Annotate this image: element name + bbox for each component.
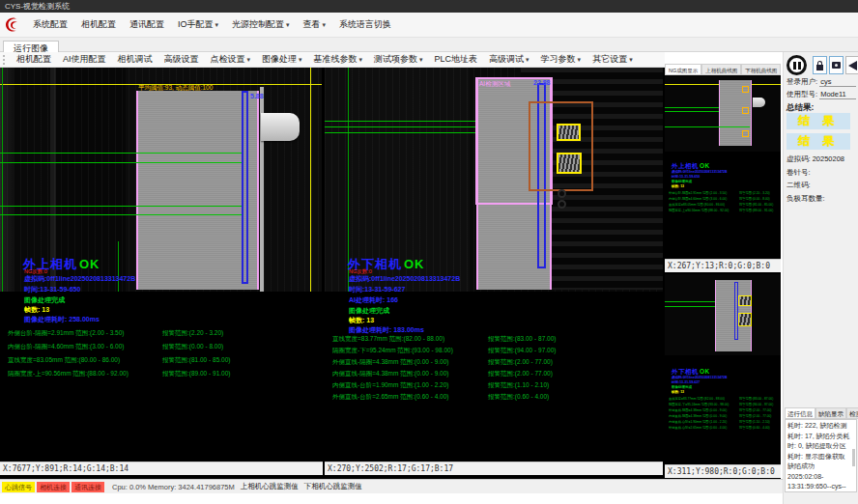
chevron-down-icon: ▾ xyxy=(359,56,363,63)
alarm-range-text: 报警范围:(94.00 - 97.00) xyxy=(739,403,773,407)
result-overlay-lower: 外下相机OK NG次数:0 虚拟码:0ff1line20250208133134… xyxy=(325,256,663,462)
log-output[interactable]: 耗时: 222, 缺陷检测耗时: 17, 缺陷分类耗时: 0, 缺陷提取分区耗时… xyxy=(785,419,857,492)
tool-plc-address[interactable]: PLC地址表 xyxy=(429,53,484,66)
tool-spot-check[interactable]: 点检设置▾ xyxy=(205,53,257,66)
tool-label: 相机配置 xyxy=(16,54,51,64)
measurement-text: 内侧台阶-隔圈=4.60mm 范围:(3.00 - 6.00) xyxy=(8,343,124,351)
result-ok-badge: OK xyxy=(404,257,425,271)
alarm-range-text: 报警范围:(0.00 - 8.00) xyxy=(162,343,223,351)
result-ok-badge: OK xyxy=(700,368,710,376)
tab-detect-info[interactable]: 检测信息 xyxy=(846,407,858,419)
camera-view-upper[interactable]: 5.88 平均阈值:93, 动态阈值:100 外上相机OK NG次数:0 虚拟码… xyxy=(0,68,322,462)
chevron-down-icon: ▾ xyxy=(215,21,219,28)
tab-lower-curve[interactable]: 下相机曲线图 xyxy=(741,64,781,75)
ai-region-label: AI检测区域 xyxy=(479,80,510,89)
login-user-row: 登录用户: cys xyxy=(786,77,856,87)
chevron-down-icon: ▾ xyxy=(419,56,423,63)
tab-defect-display[interactable]: 缺陷显示 xyxy=(815,407,846,419)
exit-button[interactable] xyxy=(845,56,858,74)
measurement-text: 内侧直线-隔圈=4.38mm 范围:(0.00 - 9.00) xyxy=(669,414,727,419)
tool-learning-params[interactable]: 学习参数▾ xyxy=(535,53,587,66)
pause-button[interactable] xyxy=(786,55,807,75)
tab-run-info[interactable]: 运行信息 xyxy=(785,407,815,419)
alarm-range-text: 报警范围:(89.00 - 91.00) xyxy=(162,370,230,378)
status-bar: 心跳信号 相机连接 通讯连接 Cpu: 0.0% Memory: 3424.41… xyxy=(0,479,783,493)
mini-view-tabs: NG成图显示 上相机曲线图 下相机曲线图 xyxy=(665,64,781,76)
width-measure-box xyxy=(242,91,248,284)
camera-button[interactable] xyxy=(829,56,844,74)
tool-label: 高级调试 xyxy=(489,54,524,64)
tool-test-params[interactable]: 测试项参数▾ xyxy=(368,53,429,66)
measurement-text: 内侧直线-台阶=1.90mm 范围:(1.00 - 2.20) xyxy=(332,381,448,390)
model-field[interactable]: Mode11 xyxy=(819,90,856,99)
frame-count-text: 帧数: 13 xyxy=(672,184,684,189)
tool-label: 图像处理 xyxy=(262,54,297,64)
detected-tab-box xyxy=(557,124,581,141)
tool-label: 高级设置 xyxy=(164,54,199,64)
menu-item-language[interactable]: 系统语言切换 xyxy=(332,18,398,31)
frame-count-text: 帧数: 13 xyxy=(24,305,49,315)
result-overlay-upper: 外上相机OK NG次数:0 虚拟码:0ff1line20250208133134… xyxy=(0,256,322,462)
measurement-text: 内侧直线-台阶=1.90mm 范围:(1.00 - 2.20) xyxy=(669,420,727,425)
menu-item-view[interactable]: 查看▾ xyxy=(297,18,333,31)
frame-count-text: 帧数: 13 xyxy=(672,390,684,395)
window-title: CYS-视觉检测系统 xyxy=(5,2,70,11)
window-titlebar: CYS-视觉检测系统 xyxy=(0,0,858,13)
tab-upper-curve[interactable]: 上相机曲线图 xyxy=(701,64,741,75)
chevron-down-icon: ▾ xyxy=(247,56,251,63)
tab-strip: 运行图像 xyxy=(0,38,858,52)
tool-ai-use-config[interactable]: AI使用配置 xyxy=(57,53,112,66)
measurement-text: 内侧台阶-隔圈=4.60mm 范围:(3.00 - 6.00) xyxy=(669,197,727,202)
log-scrollbar[interactable] xyxy=(852,449,855,466)
tool-camera-config[interactable]: 相机配置 xyxy=(11,53,57,66)
measure-line-green xyxy=(665,107,719,108)
detected-tab-box xyxy=(557,153,582,174)
tool-image-process[interactable]: 图像处理▾ xyxy=(256,53,308,66)
tool-other-settings[interactable]: 其它设置▾ xyxy=(586,53,639,66)
alarm-range-text: 报警范围:(81.00 - 85.00) xyxy=(162,356,230,365)
alarm-range-text: 报警范围:(0.60 - 4.00) xyxy=(488,393,549,402)
measurement-text: 内侧直线-隔圈=4.38mm 范围:(0.00 - 9.00) xyxy=(332,370,448,378)
lock-button[interactable] xyxy=(813,56,827,74)
application-window: CYS-视觉检测系统 系统配置 相机配置 通讯配置 IO手配置▾ 光源控制配置▾… xyxy=(0,0,858,504)
tab-ng-image[interactable]: NG成图显示 xyxy=(665,64,701,75)
virtual-code-text: 虚拟码: 20250208 xyxy=(786,154,844,164)
toolbar-handle[interactable] xyxy=(3,55,7,65)
measurement-text: 外侧直线-隔圈=4.38mm 范围:(0.00 - 9.00) xyxy=(332,358,448,367)
detected-tab-box xyxy=(738,313,752,326)
menu-item-light-config[interactable]: 光源控制配置▾ xyxy=(225,18,297,31)
mini-view-lower[interactable]: 外下相机OK 虚拟码:0ff1line2025020813313472B 时间:… xyxy=(665,274,781,464)
menu-item-system-config[interactable]: 系统配置 xyxy=(26,18,74,31)
tool-camera-debug[interactable]: 相机调试 xyxy=(112,53,158,66)
main-image-area: 5.88 平均阈值:93, 动态阈值:100 外上相机OK NG次数:0 虚拟码… xyxy=(0,68,781,479)
comm-connection-badge: 通讯连接 xyxy=(72,482,104,492)
login-user-field[interactable]: cys xyxy=(819,77,856,87)
tool-advanced-debug[interactable]: 高级调试▾ xyxy=(483,53,535,66)
mini-view-upper[interactable]: 外上相机OK 虚拟码:0ff1line2025020813313472B 时间:… xyxy=(665,76,781,259)
reel-number-label: 卷针号: xyxy=(786,168,811,178)
negative-tab-count-label: 负极耳数量: xyxy=(786,194,825,204)
measurement-text: 直线宽度=83.77mm 范围:(82.00 - 88.00) xyxy=(332,335,444,344)
tool-label: 学习参数 xyxy=(541,54,576,64)
menu-label: 查看 xyxy=(303,19,321,29)
tool-label: 点检设置 xyxy=(211,54,245,64)
camera-icon xyxy=(832,62,841,69)
menu-item-camera-config[interactable]: 相机配置 xyxy=(74,18,123,31)
menu-item-io-config[interactable]: IO手配置▾ xyxy=(171,18,225,31)
alarm-range-text: 报警范围:(89.00 - 91.00) xyxy=(739,209,773,213)
camera-view-lower[interactable]: AI检测区域 22.88 外下相机OK NG次数:0 虚拟码:0ff1line2… xyxy=(325,68,663,462)
bolt-feature xyxy=(558,189,566,198)
alarm-range-text: 报警范围:(2.20 - 3.20) xyxy=(162,329,223,338)
chevron-down-icon: ▾ xyxy=(323,21,327,28)
measurement-text: 隔圈宽度-上=90.56mm 范围:(88.00 - 92.00) xyxy=(669,209,729,213)
alarm-range-text: 报警范围:(2.20 - 3.20) xyxy=(739,191,770,196)
measurement-text: 直线宽度=83.05mm 范围:(80.00 - 86.00) xyxy=(8,356,120,365)
tool-advanced-settings[interactable]: 高级设置 xyxy=(158,53,205,66)
lower-camera-heartbeat-text: 下相机心跳监测值 xyxy=(304,482,362,491)
log-tabs: 运行信息 缺陷显示 检测信息 xyxy=(785,407,858,419)
tool-label: PLC地址表 xyxy=(435,54,478,64)
menu-item-comm-config[interactable]: 通讯配置 xyxy=(123,18,171,31)
tool-baseline-params[interactable]: 基准线参数▾ xyxy=(308,53,369,66)
menu-label: IO手配置 xyxy=(178,19,214,29)
width-measure-box xyxy=(734,282,738,340)
